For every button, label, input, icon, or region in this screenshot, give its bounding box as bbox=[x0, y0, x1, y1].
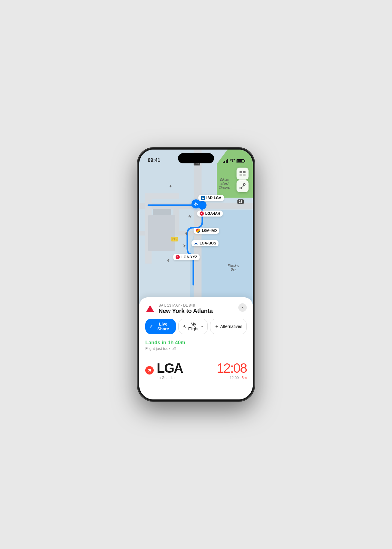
road-badge-c8: C8 bbox=[171, 237, 178, 241]
flight-status: Flight just took off bbox=[145, 346, 247, 351]
close-button[interactable]: × bbox=[238, 303, 247, 312]
svg-rect-14 bbox=[150, 326, 151, 328]
signal-icon bbox=[223, 159, 228, 163]
flight-meta: SAT, 13 MAY · DL 848 bbox=[158, 303, 213, 308]
wifi-icon bbox=[230, 159, 235, 163]
terminal-building bbox=[148, 215, 175, 251]
status-icons bbox=[223, 159, 244, 163]
bottom-panel: SAT, 13 MAY · DL 848 New York to Atlanta… bbox=[139, 297, 253, 399]
terminal-wing bbox=[153, 209, 171, 215]
dynamic-island bbox=[178, 153, 214, 163]
alternatives-button[interactable]: Alternatives bbox=[210, 319, 247, 334]
airport-time-group: 12:08 12:00 · 8m bbox=[217, 361, 247, 380]
phone-frame: 09:41 bbox=[137, 148, 255, 401]
flight-label-lga-iah[interactable]: ▲ LGA-IAH bbox=[197, 211, 223, 217]
lands-in-label: Lands in 1h 40m bbox=[145, 340, 247, 346]
airport-row: LGA La Guardia 12:08 12:00 · 8m bbox=[145, 357, 247, 384]
flight-info-text: SAT, 13 MAY · DL 848 New York to Atlanta bbox=[158, 303, 213, 314]
scheduled-info: 12:00 · 8m bbox=[217, 376, 247, 380]
svg-rect-7 bbox=[240, 171, 242, 173]
svg-rect-10 bbox=[243, 174, 246, 176]
airport-time: 12:08 bbox=[217, 361, 247, 376]
map-view-button[interactable] bbox=[237, 168, 249, 180]
airport-left: LGA La Guardia bbox=[145, 361, 183, 380]
my-flight-button[interactable]: My Flight bbox=[178, 319, 208, 334]
origin-indicator bbox=[145, 366, 154, 375]
phone-screen: 09:41 bbox=[139, 150, 253, 399]
svg-rect-8 bbox=[243, 171, 246, 173]
flight-route: New York to Atlanta bbox=[158, 308, 213, 314]
sparkle-icon bbox=[215, 324, 219, 329]
rikers-island-label: RikersIslandChannel bbox=[219, 178, 230, 190]
airport-code-group: LGA La Guardia bbox=[157, 361, 183, 380]
plane-taxiway-1: ✈ bbox=[169, 184, 172, 189]
chevron-down-icon bbox=[201, 326, 203, 327]
flushing-bay-label: FlushingBay bbox=[228, 264, 239, 271]
action-buttons: Live Share My Flight Alter bbox=[145, 319, 247, 334]
panel-header: SAT, 13 MAY · DL 848 New York to Atlanta… bbox=[145, 303, 247, 314]
airport-code: LGA bbox=[157, 361, 183, 376]
active-flight-plane[interactable] bbox=[191, 199, 201, 208]
road-badge-22: 22 bbox=[237, 199, 244, 204]
map-controls bbox=[237, 168, 249, 192]
flight-label-lga-bos[interactable]: LGA-BOS bbox=[191, 240, 219, 246]
water-body bbox=[190, 210, 253, 306]
person-icon bbox=[183, 324, 186, 329]
battery-icon bbox=[237, 159, 244, 163]
svg-point-15 bbox=[183, 325, 185, 326]
status-time: 09:41 bbox=[148, 157, 160, 163]
route-button[interactable] bbox=[237, 180, 249, 192]
arrow-up-right-icon bbox=[147, 368, 152, 372]
svg-rect-9 bbox=[240, 174, 242, 176]
svg-marker-13 bbox=[146, 305, 154, 312]
live-share-button[interactable]: Live Share bbox=[145, 319, 176, 334]
flight-label-lga-iad[interactable]: LGA-IAD bbox=[194, 228, 219, 234]
airport-name: La Guardia bbox=[157, 376, 183, 380]
share-icon bbox=[150, 324, 154, 329]
panel-header-left: SAT, 13 MAY · DL 848 New York to Atlanta bbox=[145, 303, 213, 314]
delta-logo bbox=[145, 304, 155, 314]
flight-label-lga-yyz[interactable]: ✦ LGA-YYZ bbox=[173, 254, 200, 260]
flight-label-iad-lga[interactable]: IAD-LGA bbox=[198, 195, 224, 201]
map-container[interactable]: 13 22 C8 RikersIslandChannel FlushingBay bbox=[139, 150, 253, 306]
